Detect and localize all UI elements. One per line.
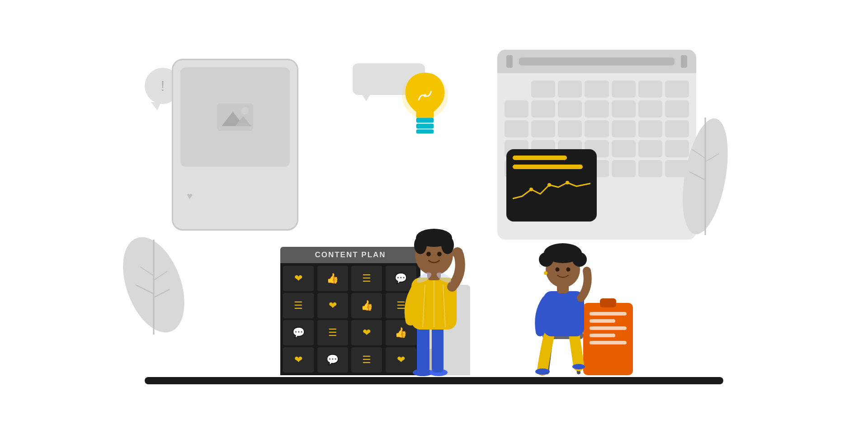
mountain-icon <box>217 104 253 131</box>
svg-point-36 <box>426 252 431 256</box>
heart-icon: ♥ <box>187 190 193 202</box>
grid-cell: ❤ <box>351 320 382 345</box>
grid-cell: ❤ <box>283 347 314 373</box>
svg-point-20 <box>529 188 533 191</box>
photo-placeholder <box>180 67 290 167</box>
woman-character <box>520 232 610 377</box>
svg-point-16 <box>423 94 426 97</box>
main-scene: ! ♥ <box>118 23 750 411</box>
leaf-right-icon <box>678 113 732 240</box>
phone-frame: ♥ <box>172 59 298 231</box>
svg-rect-18 <box>416 123 434 128</box>
analytics-bar-row-2 <box>513 165 590 169</box>
grid-cell: ❤ <box>317 293 348 318</box>
calendar-header <box>497 50 696 73</box>
svg-point-35 <box>441 236 454 254</box>
analytics-card <box>506 149 597 222</box>
svg-rect-19 <box>416 129 434 133</box>
grid-cell: ☰ <box>317 320 348 345</box>
svg-point-37 <box>437 252 442 256</box>
svg-point-21 <box>547 183 551 187</box>
svg-point-54 <box>556 268 560 272</box>
man-character <box>389 205 479 377</box>
svg-point-38 <box>452 247 463 258</box>
grid-cell: 👍 <box>317 266 348 291</box>
svg-point-45 <box>572 364 585 369</box>
svg-point-44 <box>535 368 550 375</box>
grid-cell: ☰ <box>351 347 382 373</box>
analytics-bar-1 <box>513 156 567 160</box>
grid-cell: ☰ <box>283 293 314 318</box>
grid-cell: 💬 <box>283 320 314 345</box>
lightbulb-container <box>398 68 452 140</box>
svg-point-52 <box>546 249 557 259</box>
svg-rect-17 <box>416 118 434 123</box>
analytics-wave-chart <box>513 174 590 215</box>
grid-cell: ☰ <box>351 266 382 291</box>
lightbulb-icon <box>398 66 452 142</box>
svg-point-55 <box>566 268 571 272</box>
analytics-bar-row-1 <box>513 156 590 160</box>
calendar-pin-left <box>506 55 513 68</box>
svg-rect-25 <box>417 323 429 373</box>
grid-cell: ❤ <box>283 266 314 291</box>
grid-cell: 👍 <box>351 293 382 318</box>
svg-point-3 <box>241 107 249 114</box>
calendar-title-bar <box>519 57 675 66</box>
svg-point-34 <box>414 236 427 254</box>
svg-point-22 <box>566 181 569 184</box>
grid-cell: 💬 <box>317 347 348 373</box>
analytics-bar-2 <box>513 165 583 169</box>
svg-point-56 <box>544 271 547 275</box>
svg-rect-26 <box>432 323 443 373</box>
calendar-pin-right <box>681 55 687 68</box>
svg-point-53 <box>569 249 580 259</box>
floor-line <box>145 377 723 384</box>
leaf-left-icon <box>118 231 190 339</box>
